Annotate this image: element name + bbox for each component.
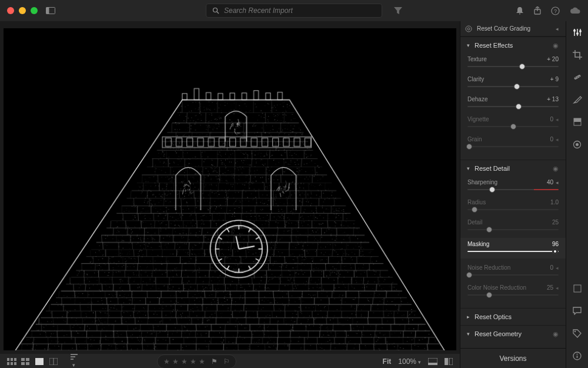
- filter-icon[interactable]: [394, 7, 402, 14]
- linear-gradient-icon[interactable]: [572, 117, 583, 127]
- help-icon[interactable]: ?: [551, 6, 560, 15]
- effects-body: Texture+ 20 Clarity+ 9 Dehaze+ 13 Vignet…: [460, 54, 566, 160]
- color-noise-reduction-slider[interactable]: [467, 291, 559, 299]
- minimize-window-button[interactable]: [19, 7, 26, 14]
- optics-header[interactable]: ▸ Reset Optics: [460, 309, 566, 325]
- svg-rect-28: [445, 358, 448, 365]
- star-icon[interactable]: ★: [199, 357, 205, 366]
- healing-icon[interactable]: [572, 72, 583, 82]
- window-controls: [7, 7, 38, 14]
- geometry-header[interactable]: ▾ Reset Geometry ◉: [460, 326, 566, 342]
- edit-panel: Reset Color Grading ◂ ▾ Reset Effects ◉ …: [460, 21, 566, 368]
- rating-strip[interactable]: ★ ★ ★ ★ ★ ⚑ ⚐: [157, 354, 236, 368]
- versions-footer[interactable]: Versions: [460, 348, 566, 368]
- flag-pick-icon[interactable]: ⚑: [211, 357, 218, 366]
- close-window-button[interactable]: [7, 7, 14, 14]
- svg-point-33: [573, 29, 576, 32]
- svg-point-2: [213, 8, 218, 12]
- visibility-icon[interactable]: ◉: [553, 42, 559, 49]
- star-icon[interactable]: ★: [163, 357, 170, 366]
- flag-reject-icon[interactable]: ⚐: [223, 357, 230, 366]
- svg-point-31: [467, 28, 470, 30]
- star-icon[interactable]: ★: [181, 357, 188, 366]
- compare-view-icon[interactable]: [49, 358, 59, 365]
- radial-gradient-icon[interactable]: [572, 139, 583, 150]
- svg-rect-20: [35, 358, 44, 365]
- svg-rect-46: [574, 285, 581, 292]
- image-frame: [4, 28, 456, 350]
- single-view-icon[interactable]: [35, 358, 45, 365]
- dehaze-row: Dehaze+ 13: [467, 95, 559, 110]
- masking-slider[interactable]: [467, 248, 559, 255]
- expand-icon[interactable]: ◂: [556, 26, 559, 32]
- sharpening-slider[interactable]: [467, 186, 559, 193]
- noise-reduction-row: Noise Reduction0◂: [467, 263, 559, 279]
- svg-point-40: [577, 77, 578, 78]
- color-wheel-icon: [465, 25, 472, 32]
- dehaze-slider[interactable]: [467, 103, 559, 110]
- svg-point-45: [576, 143, 579, 146]
- edit-sliders-icon[interactable]: [572, 27, 583, 38]
- compare-toggle-icon[interactable]: [445, 358, 453, 365]
- detail-header[interactable]: ▾ Reset Detail ◉: [460, 160, 566, 177]
- filmstrip-toggle-icon[interactable]: [428, 358, 437, 365]
- grain-slider[interactable]: [467, 143, 559, 150]
- vignette-slider[interactable]: [467, 123, 559, 130]
- image-viewer[interactable]: [0, 21, 460, 354]
- titlebar: ?: [0, 0, 588, 21]
- tag-icon[interactable]: [572, 328, 583, 339]
- chevron-right-icon: ▸: [465, 314, 471, 320]
- radius-row: Radius1.0: [467, 198, 559, 213]
- masking-row: Masking96: [460, 238, 566, 258]
- svg-point-47: [574, 330, 576, 331]
- cloud-sync-icon[interactable]: [569, 6, 581, 15]
- svg-rect-1: [46, 8, 49, 14]
- svg-point-39: [575, 77, 576, 78]
- bottom-toolbar: ▾ ★ ★ ★ ★ ★ ⚑ ⚐ Fit 100%▾: [0, 354, 460, 368]
- tool-strip: [566, 21, 588, 368]
- noise-reduction-slider[interactable]: [467, 271, 559, 279]
- color-noise-reduction-row: Color Noise Reduction25◂: [467, 283, 559, 299]
- grid-view-small-icon[interactable]: [7, 358, 16, 365]
- notifications-icon[interactable]: [516, 6, 524, 15]
- svg-marker-4: [394, 7, 402, 14]
- detail-slider[interactable]: [467, 226, 559, 233]
- svg-point-35: [576, 32, 579, 35]
- share-icon[interactable]: [533, 6, 542, 15]
- svg-rect-17: [26, 358, 29, 361]
- search-field[interactable]: [206, 4, 382, 18]
- color-grading-header[interactable]: Reset Color Grading ◂: [460, 21, 566, 37]
- star-icon[interactable]: ★: [172, 357, 179, 366]
- svg-point-37: [579, 30, 582, 32]
- radius-slider[interactable]: [467, 206, 559, 213]
- svg-text:?: ?: [554, 8, 557, 14]
- zoom-icon[interactable]: [572, 283, 583, 294]
- maximize-window-button[interactable]: [31, 7, 38, 14]
- fit-label[interactable]: Fit: [383, 357, 392, 366]
- detail-body: Sharpening40◂ Radius1.0 Detail25 Masking…: [460, 177, 566, 308]
- svg-point-41: [579, 76, 580, 77]
- info-icon[interactable]: [572, 350, 583, 361]
- chevron-down-icon: ▾: [465, 42, 471, 48]
- sidebar-toggle-icon[interactable]: [46, 7, 55, 14]
- star-icon[interactable]: ★: [190, 357, 196, 366]
- effects-header[interactable]: ▾ Reset Effects ◉: [460, 37, 566, 54]
- sort-icon[interactable]: ▾: [71, 354, 80, 368]
- svg-rect-13: [7, 362, 9, 365]
- visibility-icon[interactable]: ◉: [553, 330, 559, 338]
- clarity-slider[interactable]: [467, 83, 559, 90]
- svg-rect-43: [574, 118, 581, 122]
- svg-rect-15: [14, 362, 16, 365]
- crop-icon[interactable]: [572, 49, 583, 60]
- zoom-level[interactable]: 100%▾: [398, 357, 421, 366]
- search-input[interactable]: [224, 6, 376, 15]
- detail-slider-row: Detail25: [467, 218, 559, 233]
- sharpening-row: Sharpening40◂: [467, 178, 559, 193]
- svg-rect-27: [428, 363, 437, 365]
- texture-slider[interactable]: [467, 63, 559, 70]
- svg-rect-29: [449, 358, 453, 365]
- visibility-icon[interactable]: ◉: [553, 165, 559, 173]
- brush-icon[interactable]: [572, 94, 583, 105]
- comments-icon[interactable]: [572, 306, 583, 316]
- grid-view-large-icon[interactable]: [21, 358, 31, 365]
